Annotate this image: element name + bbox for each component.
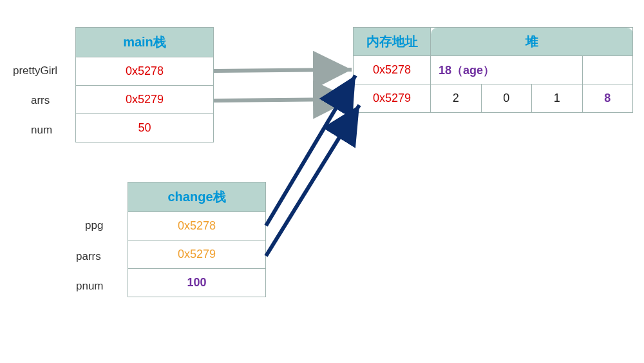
main-row-label-1: arrs — [31, 94, 50, 107]
heap-row0-cell0: 18（age） — [431, 56, 583, 84]
change-stack-title: change栈 — [128, 182, 266, 212]
change-row-label-1: parrs — [76, 250, 101, 263]
heap-addr-header: 内存地址 — [354, 28, 431, 56]
main-stack-title: main栈 — [76, 28, 214, 57]
heap-row1-cell0: 2 — [431, 84, 482, 113]
heap-row0-cell3 — [582, 56, 633, 84]
main-row-value-0: 0x5278 — [76, 57, 214, 86]
change-row-value-1: 0x5279 — [128, 240, 266, 269]
change-row-value-2: 100 — [128, 269, 266, 297]
change-row-value-0: 0x5278 — [128, 212, 266, 240]
main-row-label-0: prettyGirl — [13, 64, 57, 77]
heap-row1-cell2: 1 — [532, 84, 583, 113]
heap-header: 堆 — [431, 28, 633, 56]
heap-row1-addr: 0x5279 — [354, 84, 431, 113]
main-row-value-2: 50 — [76, 114, 214, 142]
heap-row1-cell3: 8 — [582, 84, 633, 113]
arrow-change-ppg — [266, 75, 355, 226]
heap-table: 内存地址 堆 0x5278 18（age） 0x5279 2 0 1 8 — [353, 27, 633, 113]
arrow-main-prettygirl — [214, 70, 352, 71]
heap-row0-addr: 0x5278 — [354, 56, 431, 84]
main-row-value-1: 0x5279 — [76, 86, 214, 114]
main-row-label-2: num — [31, 124, 52, 137]
heap-row1-cell1: 0 — [481, 84, 532, 113]
change-row-label-2: pnum — [76, 280, 104, 293]
main-stack-table: main栈 0x5278 0x5279 50 — [75, 27, 214, 142]
change-stack-table: change栈 0x5278 0x5279 100 — [128, 182, 266, 297]
change-row-label-0: ppg — [85, 219, 103, 232]
arrow-change-parrs — [266, 105, 359, 256]
arrow-main-arrs — [214, 99, 352, 101]
